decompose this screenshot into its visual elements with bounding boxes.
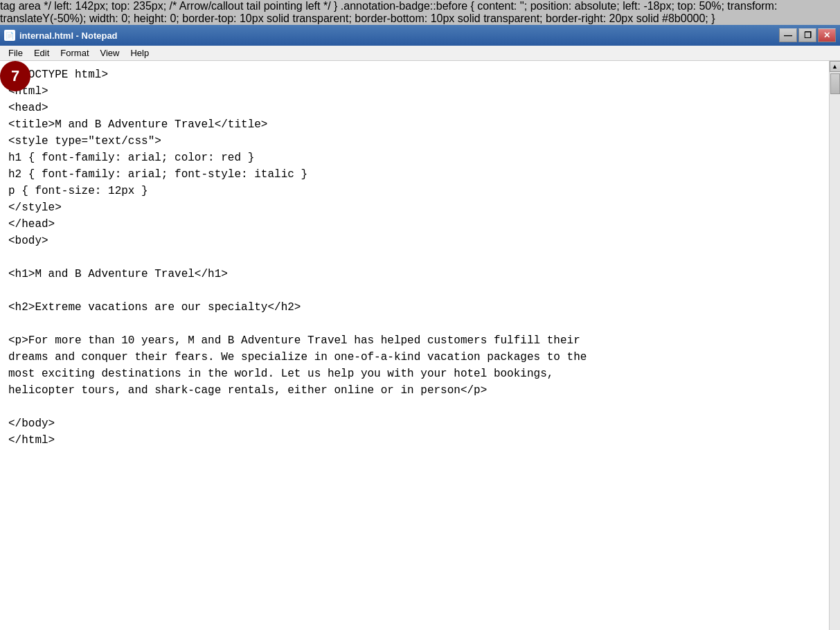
menu-file[interactable]: File: [3, 46, 28, 60]
scroll-track[interactable]: [830, 72, 840, 630]
annotation-badge-7: 7: [0, 61, 30, 91]
menu-view[interactable]: View: [95, 46, 125, 60]
menu-format[interactable]: Format: [55, 46, 94, 60]
notepad-icon: 📄: [4, 30, 15, 41]
menu-help[interactable]: Help: [125, 46, 154, 60]
title-bar-left: 📄 internal.html - Notepad: [4, 30, 118, 41]
menu-edit[interactable]: Edit: [28, 46, 55, 60]
editor-container: <!DOCTYPE html> <html> <head> <title>M a…: [0, 61, 840, 630]
editor-content[interactable]: <!DOCTYPE html> <html> <head> <title>M a…: [0, 61, 829, 630]
window-title: internal.html - Notepad: [19, 30, 118, 41]
close-button[interactable]: ✕: [818, 28, 836, 42]
restore-button[interactable]: ❐: [798, 28, 816, 42]
title-bar: 📄 internal.html - Notepad — ❐ ✕: [0, 25, 840, 46]
menu-bar: File Edit Format View Help: [0, 46, 840, 61]
minimize-button[interactable]: —: [779, 28, 797, 42]
title-buttons: — ❐ ✕: [779, 28, 836, 42]
scroll-thumb[interactable]: [830, 73, 840, 94]
vertical-scrollbar[interactable]: ▲ ▼: [829, 61, 840, 630]
scroll-up-button[interactable]: ▲: [830, 61, 841, 72]
